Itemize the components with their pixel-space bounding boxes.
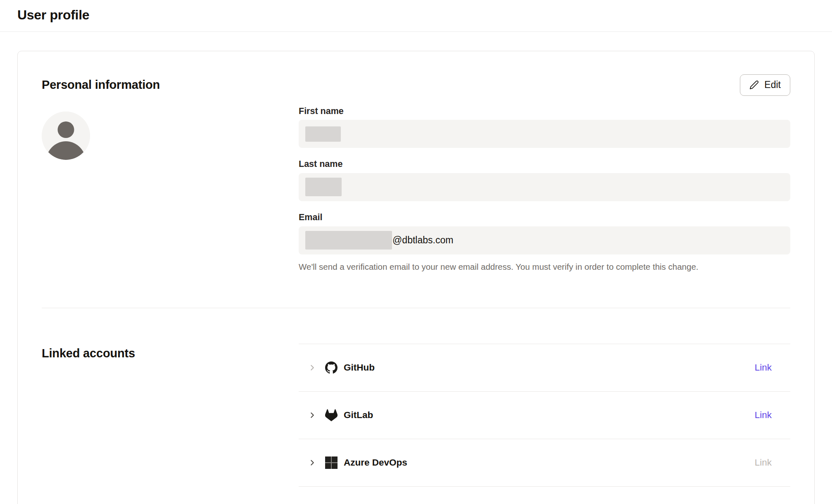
- chevron-right-icon[interactable]: [308, 411, 317, 420]
- pencil-icon: [749, 80, 759, 90]
- avatar: [42, 112, 90, 160]
- first-name-redacted-value: [305, 126, 341, 142]
- personal-information-header: Personal information Edit: [42, 74, 790, 96]
- github-icon: [325, 361, 338, 374]
- first-name-field: First name: [299, 107, 790, 148]
- user-profile-card: Personal information Edit: [17, 51, 815, 504]
- linked-accounts-heading-column: Linked accounts: [42, 308, 299, 360]
- edit-button-label: Edit: [764, 79, 781, 90]
- chevron-right-icon[interactable]: [308, 363, 317, 372]
- chevron-right-icon[interactable]: [308, 458, 317, 467]
- page-title: User profile: [17, 7, 815, 24]
- azure-devops-icon: [325, 456, 338, 469]
- email-domain: @dbtlabs.com: [392, 235, 453, 246]
- link-button-gitlab[interactable]: Link: [755, 410, 772, 421]
- provider-name-gitlab: GitLab: [344, 410, 373, 421]
- provider-name-github: GitHub: [344, 362, 375, 373]
- provider-name-azure-devops: Azure DevOps: [344, 457, 407, 468]
- linked-account-row-github: GitHub Link: [299, 344, 790, 392]
- last-name-field: Last name: [299, 159, 790, 201]
- email-input: @dbtlabs.com: [299, 226, 790, 254]
- first-name-label: First name: [299, 107, 790, 116]
- link-button-github[interactable]: Link: [755, 362, 772, 373]
- last-name-label: Last name: [299, 159, 790, 169]
- email-field: Email @dbtlabs.com We'll send a verifica…: [299, 213, 790, 272]
- linked-account-row-gitlab: GitLab Link: [299, 392, 790, 439]
- page-header: User profile: [0, 0, 832, 32]
- linked-accounts-list: GitHub Link GitLab Link Azure DevOps: [299, 344, 790, 487]
- personal-information-body: First name Last name Email @dbtlabs.com …: [42, 107, 790, 273]
- email-helper-text: We'll send a verification email to your …: [299, 262, 790, 273]
- personal-information-title: Personal information: [42, 78, 160, 92]
- link-button-azure-devops-disabled: Link: [755, 457, 772, 468]
- first-name-input: [299, 120, 790, 148]
- gitlab-icon: [325, 409, 338, 421]
- person-icon: [42, 112, 90, 160]
- linked-accounts-title: Linked accounts: [42, 347, 299, 360]
- email-label: Email: [299, 213, 790, 223]
- linked-account-row-azure-devops: Azure DevOps Link: [299, 439, 790, 487]
- last-name-redacted-value: [305, 178, 342, 196]
- personal-information-form: First name Last name Email @dbtlabs.com …: [299, 107, 790, 273]
- last-name-input: [299, 173, 790, 201]
- email-local-part-redacted: [305, 231, 392, 250]
- linked-accounts-section: Linked accounts GitHub Link: [42, 308, 790, 487]
- avatar-column: [42, 107, 299, 273]
- edit-button[interactable]: Edit: [740, 74, 790, 96]
